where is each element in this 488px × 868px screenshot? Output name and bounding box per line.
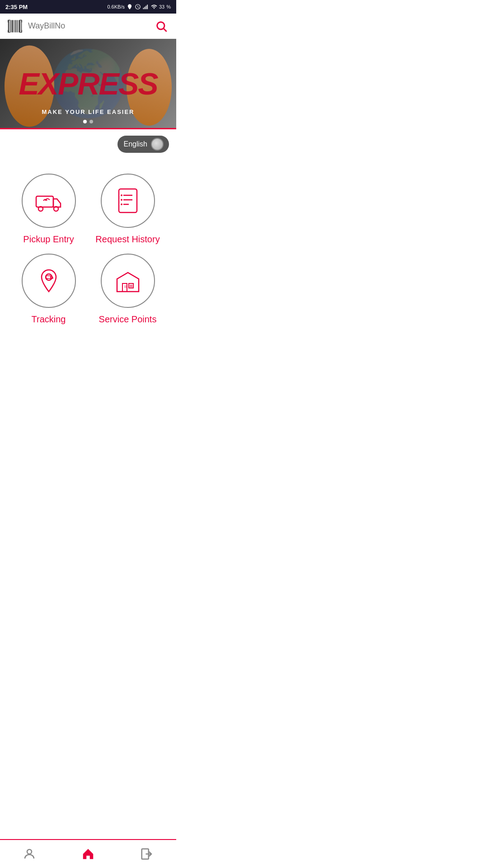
- request-history-label: Request History: [95, 234, 160, 245]
- header: [0, 14, 176, 39]
- svg-rect-0: [143, 8, 144, 9]
- menu-item-pickup-entry[interactable]: Pickup Entry: [14, 174, 84, 245]
- document-list-icon: [113, 186, 142, 215]
- door-exit-icon: [140, 847, 154, 861]
- svg-rect-25: [46, 276, 51, 278]
- banner-dot-1[interactable]: [83, 120, 87, 123]
- banner: 🌍 EXPRESS MAKE YOUR LIFE EASIER: [0, 39, 176, 129]
- svg-rect-6: [11, 20, 13, 32]
- request-history-icon-circle: [101, 174, 155, 228]
- svg-rect-2: [145, 6, 146, 9]
- location-icon: [127, 4, 133, 10]
- svg-point-12: [157, 22, 164, 29]
- battery-level: 33: [159, 4, 164, 9]
- waybill-input[interactable]: [28, 21, 148, 31]
- tracking-icon-circle: [22, 254, 76, 308]
- signal-icon: [143, 4, 149, 10]
- service-points-icon-circle: [101, 254, 155, 308]
- svg-rect-1: [144, 7, 145, 9]
- status-bar: 2:35 PM 0.6KB/s 33%: [0, 0, 176, 14]
- svg-rect-29: [129, 283, 133, 288]
- search-button[interactable]: [153, 18, 170, 35]
- language-label: English: [124, 140, 147, 148]
- menu-item-request-history[interactable]: Request History: [93, 174, 163, 245]
- menu-item-service-points[interactable]: Service Points: [93, 254, 163, 325]
- svg-rect-10: [19, 20, 20, 32]
- svg-rect-9: [17, 20, 18, 32]
- svg-rect-14: [36, 196, 53, 207]
- menu-item-tracking[interactable]: Tracking: [14, 254, 84, 325]
- nav-item-profile[interactable]: [0, 840, 59, 868]
- wifi-icon: [151, 4, 157, 10]
- banner-dot-2[interactable]: [89, 120, 93, 123]
- truck-icon: [34, 186, 63, 215]
- svg-rect-5: [10, 20, 11, 32]
- service-points-label: Service Points: [99, 314, 157, 325]
- svg-point-26: [46, 278, 47, 279]
- menu-grid: Pickup Entry Request History: [0, 156, 176, 338]
- language-toggle[interactable]: English: [117, 136, 169, 153]
- toggle-knob: [151, 138, 164, 151]
- bottom-nav: [0, 839, 176, 868]
- warehouse-icon: [113, 266, 142, 295]
- svg-point-21: [121, 194, 122, 196]
- svg-line-13: [164, 28, 166, 31]
- status-right: 0.6KB/s 33%: [107, 4, 171, 10]
- svg-rect-3: [147, 5, 148, 9]
- person-icon: [23, 847, 36, 861]
- nav-item-home[interactable]: [59, 840, 117, 868]
- pickup-entry-icon-circle: [22, 174, 76, 228]
- svg-rect-8: [15, 20, 17, 32]
- language-section: English: [0, 129, 176, 156]
- svg-rect-7: [14, 20, 14, 32]
- barcode-scanner-button[interactable]: [6, 18, 23, 35]
- waybill-input-container: [28, 21, 148, 31]
- svg-point-22: [121, 199, 122, 201]
- banner-tagline: MAKE YOUR LIFE EASIER: [42, 108, 134, 115]
- banner-dots: [83, 120, 93, 123]
- tracking-label: Tracking: [32, 314, 66, 325]
- svg-point-23: [121, 203, 122, 205]
- pickup-entry-label: Pickup Entry: [23, 234, 74, 245]
- search-icon: [155, 20, 168, 33]
- status-time: 2:35 PM: [5, 4, 28, 10]
- map-pin-icon: [34, 266, 63, 295]
- banner-express-text: EXPRESS: [19, 66, 157, 101]
- svg-point-33: [27, 849, 32, 854]
- status-speed: 0.6KB/s: [107, 4, 125, 9]
- alarm-icon: [135, 4, 141, 10]
- home-icon: [81, 847, 95, 861]
- nav-item-logout[interactable]: [117, 840, 176, 868]
- svg-rect-30: [124, 285, 127, 288]
- barcode-icon: [7, 19, 23, 34]
- svg-point-27: [50, 278, 51, 279]
